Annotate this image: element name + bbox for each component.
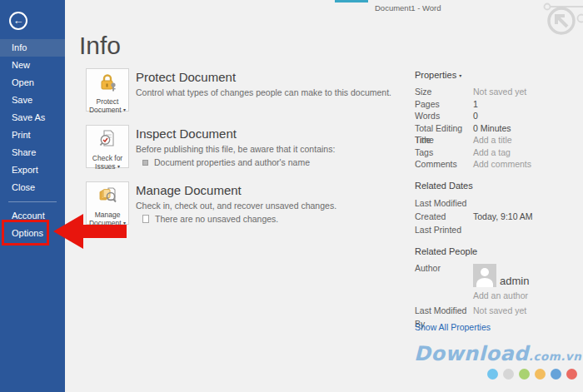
property-row-title: Title Add a title xyxy=(415,134,577,146)
inspect-document-icon xyxy=(97,130,117,148)
page-title: Info xyxy=(79,32,121,60)
back-button[interactable]: ← xyxy=(9,12,27,30)
section-title: Protect Document xyxy=(136,70,411,84)
sidebar-item-open[interactable]: Open xyxy=(0,74,65,92)
caret-down-icon: ▾ xyxy=(117,164,120,169)
logo-text: Download.com.vn xyxy=(414,343,581,367)
red-arrow-annotation xyxy=(50,208,129,254)
sidebar-item-export[interactable]: Export xyxy=(0,161,65,179)
sidebar-item-save-as[interactable]: Save As xyxy=(0,109,65,127)
sidebar-item-info[interactable]: Info xyxy=(0,39,65,57)
logo-dot xyxy=(487,369,498,380)
related-people-header: Related People xyxy=(415,246,577,256)
related-dates-header: Related Dates xyxy=(415,181,577,191)
screen-recorder-watermark-icon xyxy=(508,0,583,46)
back-icon: ← xyxy=(13,14,24,27)
manage-bullet-item: There are no unsaved changes. xyxy=(142,214,411,224)
lock-key-icon xyxy=(97,73,117,92)
add-title-field[interactable]: Add a title xyxy=(473,134,512,146)
property-row-tags: Tags Add a tag xyxy=(415,146,577,159)
protect-document-button-label: Protect Document ▾ xyxy=(87,97,128,114)
property-row-pages: Pages 1 xyxy=(415,98,577,111)
protect-document-button[interactable]: Protect Document ▾ xyxy=(86,68,129,112)
property-row-size: Size Not saved yet xyxy=(415,86,577,98)
section-description: Before publishing this file, be aware th… xyxy=(136,144,411,154)
section-description: Check in, check out, and recover unsaved… xyxy=(136,201,411,211)
sidebar-divider xyxy=(8,201,57,202)
pages-value: 1 xyxy=(473,98,478,111)
last-modified-by-value: Not saved yet xyxy=(473,304,526,317)
author-avatar xyxy=(473,264,496,287)
options-highlight-box xyxy=(2,220,49,246)
caret-down-icon: ▾ xyxy=(459,73,461,78)
backstage-sidebar: ← Info New Open Save Save As Print Share… xyxy=(0,0,65,392)
editing-time-value: 0 Minutes xyxy=(473,122,511,135)
properties-bullet-icon xyxy=(142,160,148,166)
author-name[interactable]: admin xyxy=(500,275,529,287)
property-row-editing-time: Total Editing Time 0 Minutes xyxy=(415,122,577,135)
sidebar-item-new[interactable]: New xyxy=(0,57,65,74)
top-accent-bar xyxy=(335,0,368,2)
last-modified-by-row: Last Modified By Not saved yet xyxy=(415,304,577,317)
size-value: Not saved yet xyxy=(473,86,526,98)
sidebar-item-print[interactable]: Print xyxy=(0,127,65,144)
sidebar-item-close[interactable]: Close xyxy=(0,179,65,196)
caret-down-icon: ▾ xyxy=(123,107,126,112)
check-for-issues-button[interactable]: Check for Issues ▾ xyxy=(86,125,129,168)
section-description: Control what types of changes people can… xyxy=(136,87,411,97)
inspect-document-text: Inspect Document Before publishing this … xyxy=(136,127,411,167)
download-com-vn-logo: Download.com.vn xyxy=(414,343,581,367)
author-row: admin xyxy=(473,264,577,287)
add-tag-field[interactable]: Add a tag xyxy=(473,146,511,159)
inspect-bullet-item: Document properties and author's name xyxy=(142,157,411,167)
bullet-text: There are no unsaved changes. xyxy=(155,214,278,224)
date-row-created: Created Today, 9:10 AM xyxy=(415,210,577,223)
protect-document-text: Protect Document Control what types of c… xyxy=(136,70,411,97)
add-comments-field[interactable]: Add comments xyxy=(473,158,531,171)
properties-header[interactable]: Properties ▾ xyxy=(415,70,577,80)
logo-dot xyxy=(535,369,546,380)
logo-dots xyxy=(487,369,577,380)
show-all-properties-link[interactable]: Show All Properties xyxy=(415,322,577,332)
manage-document-text: Manage Document Check in, check out, and… xyxy=(136,183,411,224)
section-title: Inspect Document xyxy=(136,127,411,141)
date-row-last-modified: Last Modified xyxy=(415,196,577,210)
sidebar-item-save[interactable]: Save xyxy=(0,92,65,109)
section-title: Manage Document xyxy=(136,183,411,197)
check-for-issues-button-label: Check for Issues ▾ xyxy=(87,154,128,171)
word-backstage-window: Document1 - Word ← Info New Open Save Sa… xyxy=(0,0,583,392)
add-author-button[interactable]: Add an author xyxy=(473,290,577,300)
manage-document-icon xyxy=(97,186,117,205)
logo-dot xyxy=(551,369,561,380)
property-row-comments: Comments Add comments xyxy=(415,158,577,171)
unsaved-doc-icon xyxy=(142,215,149,223)
created-value: Today, 9:10 AM xyxy=(473,210,533,223)
date-row-last-printed: Last Printed xyxy=(415,223,577,236)
window-title: Document1 - Word xyxy=(375,3,441,12)
bullet-text: Document properties and author's name xyxy=(154,157,310,167)
logo-dot xyxy=(566,369,577,380)
properties-panel: Properties ▾ Size Not saved yet Pages 1 … xyxy=(415,70,577,332)
logo-dot xyxy=(519,369,530,380)
property-row-words: Words 0 xyxy=(415,110,577,122)
sidebar-item-share[interactable]: Share xyxy=(0,144,65,161)
words-value: 0 xyxy=(473,110,478,122)
logo-dot xyxy=(503,369,514,380)
